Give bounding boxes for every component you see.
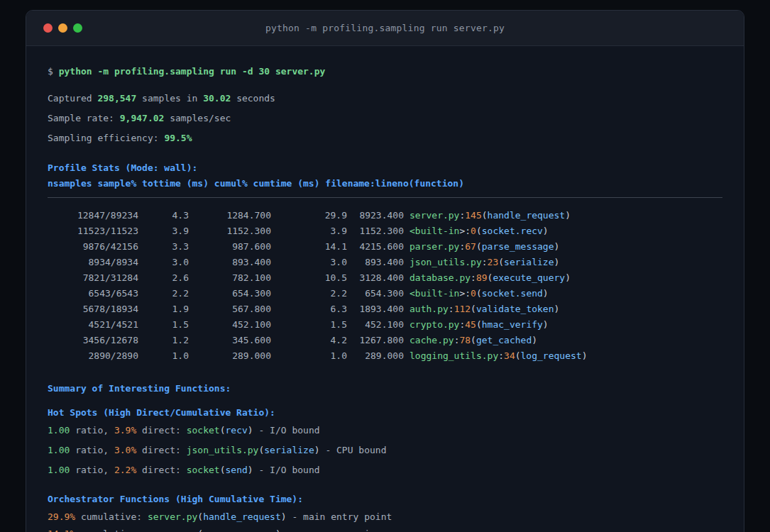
function-name: log_request (521, 350, 582, 361)
close-paren: ) (554, 241, 560, 252)
cumul-pct-cell: 6.3 (271, 301, 347, 317)
close-button[interactable] (43, 23, 53, 33)
sample-pct-cell: 4.3 (138, 208, 189, 223)
sample-pct-cell: 3.3 (138, 239, 189, 255)
cumtime-cell: 893.400 (347, 255, 404, 270)
sample-pct-cell: 2.6 (138, 270, 189, 286)
nsamples-cell: 2890/2890 (48, 348, 138, 364)
stat-value: 298,547 (97, 93, 136, 104)
label: direct: (136, 465, 186, 475)
orchestrator-line: 29.9% cumulative: server.py(handle_reque… (48, 510, 722, 523)
function-name: parse_message (482, 241, 554, 252)
label: cumulative: (75, 511, 148, 522)
cumtime-cell: 289.000 (347, 348, 404, 364)
cumul-pct-cell: 10.5 (271, 270, 347, 286)
nsamples-cell: 6543/6543 (48, 286, 138, 301)
function-name: socket.send (482, 288, 543, 299)
filename: server.py (409, 210, 459, 221)
target-name: socket (187, 425, 220, 436)
open-paren: ( (515, 350, 521, 361)
close-paren: ) (565, 210, 571, 221)
tottime-cell: 654.300 (189, 286, 271, 301)
cumul-pct-cell: 1.5 (271, 317, 347, 333)
cumtime-cell: 1267.800 (347, 333, 404, 348)
separator: : (449, 304, 454, 314)
window-title: python -m profiling.sampling run server.… (82, 23, 688, 33)
function-name: send (226, 465, 248, 475)
stat-value: 9,947.02 (120, 113, 165, 123)
close-paren: ) (543, 226, 549, 236)
table-row: 2890/28901.0289.0001.0289.000logging_uti… (48, 348, 722, 364)
line-number: 89 (476, 272, 488, 283)
line-number: 23 (488, 257, 499, 267)
stat-label: Captured (48, 93, 97, 104)
open-paren: ( (482, 210, 488, 221)
function-ref-cell: <built-in>:0(socket.recv) (404, 223, 722, 239)
function-ref-cell: <built-in>:0(socket.send) (404, 286, 722, 301)
cumul-pct-cell: 3.9 (271, 223, 347, 239)
stat-label: samples in (136, 93, 203, 104)
nsamples-cell: 9876/42156 (48, 239, 138, 255)
close-paren: ) (565, 272, 571, 283)
function-name: serialize (264, 445, 314, 455)
bound-note: - I/O bound (253, 465, 320, 475)
tottime-cell: 345.600 (189, 333, 271, 348)
filename: auth.py (409, 304, 449, 314)
line-number: 0 (471, 288, 476, 299)
bound-note: - I/O bound (253, 425, 320, 436)
open-paren: ( (220, 425, 226, 436)
traffic-lights (26, 23, 82, 33)
open-paren: ( (476, 319, 482, 330)
note: - message parsing (281, 528, 381, 532)
function-ref-cell: cache.py:78(get_cached) (404, 333, 722, 348)
table-row: 12847/892344.31284.70029.98923.400server… (48, 208, 722, 223)
terminal-output: $ python -m profiling.sampling run -d 30… (26, 65, 744, 532)
target-name: parser.py (148, 528, 197, 532)
line-number: 145 (465, 210, 481, 221)
summary-title: Summary of Interesting Functions: (48, 382, 722, 395)
cumul-pct-cell: 29.9 (271, 208, 347, 223)
hot-spot-line: 1.00 ratio, 2.2% direct: socket(send) - … (48, 463, 722, 477)
function-name: validate_token (476, 304, 554, 314)
target-name: server.py (148, 511, 197, 522)
sample-pct-cell: 3.9 (138, 223, 189, 239)
cumul-pct-cell: 1.0 (271, 348, 347, 364)
function-ref-cell: crypto.py:45(hmac_verify) (404, 317, 722, 333)
sample-pct-cell: 2.2 (138, 286, 189, 301)
label: cumulative: (75, 528, 148, 532)
stat-label: Sampling efficiency: (48, 133, 164, 143)
table-row: 6543/65432.2654.3002.2654.300<built-in>:… (48, 286, 722, 301)
cumul-pct-cell: 3.0 (271, 255, 347, 270)
hot-spot-line: 1.00 ratio, 3.9% direct: socket(recv) - … (48, 423, 722, 437)
cumtime-cell: 654.300 (347, 286, 404, 301)
sample-pct-cell: 3.0 (138, 255, 189, 270)
line-number: 0 (471, 226, 476, 236)
table-row: 7821/312842.6782.10010.53128.400database… (48, 270, 722, 286)
line-number: 78 (459, 335, 471, 345)
cumulative-pct: 29.9% (48, 511, 75, 522)
tottime-cell: 1152.300 (189, 223, 271, 239)
cumul-pct-cell: 4.2 (271, 333, 347, 348)
cumtime-cell: 8923.400 (347, 208, 404, 223)
table-row: 9876/421563.3987.60014.14215.600parser.p… (48, 239, 722, 255)
line-number: 67 (465, 241, 476, 252)
nsamples-cell: 7821/31284 (48, 270, 138, 286)
stat-label: Sample rate: (48, 113, 120, 123)
open-paren: ( (197, 511, 203, 522)
cumulative-pct: 14.1% (48, 528, 75, 532)
maximize-button[interactable] (73, 23, 82, 33)
columns-header: nsamples sample% tottime (ms) cumul% cum… (48, 177, 722, 190)
capture-stat-line: Sample rate: 9,947.02 samples/sec (48, 111, 722, 125)
open-paren: ( (471, 335, 476, 345)
close-paren: ) (543, 319, 549, 330)
direct-pct: 3.0% (114, 445, 136, 455)
table-row: 5678/189341.9567.8006.31893.400auth.py:1… (48, 301, 722, 317)
minimize-button[interactable] (58, 23, 67, 33)
direct-pct: 2.2% (114, 465, 136, 475)
direct-pct: 3.9% (114, 425, 136, 436)
orchestrator-line: 14.1% cumulative: parser.py(parse_messag… (48, 527, 722, 532)
cumtime-cell: 1152.300 (347, 223, 404, 239)
cumtime-cell: 452.100 (347, 317, 404, 333)
stat-value: 99.5% (164, 133, 192, 143)
orchestrator-lines: 29.9% cumulative: server.py(handle_reque… (48, 510, 722, 532)
